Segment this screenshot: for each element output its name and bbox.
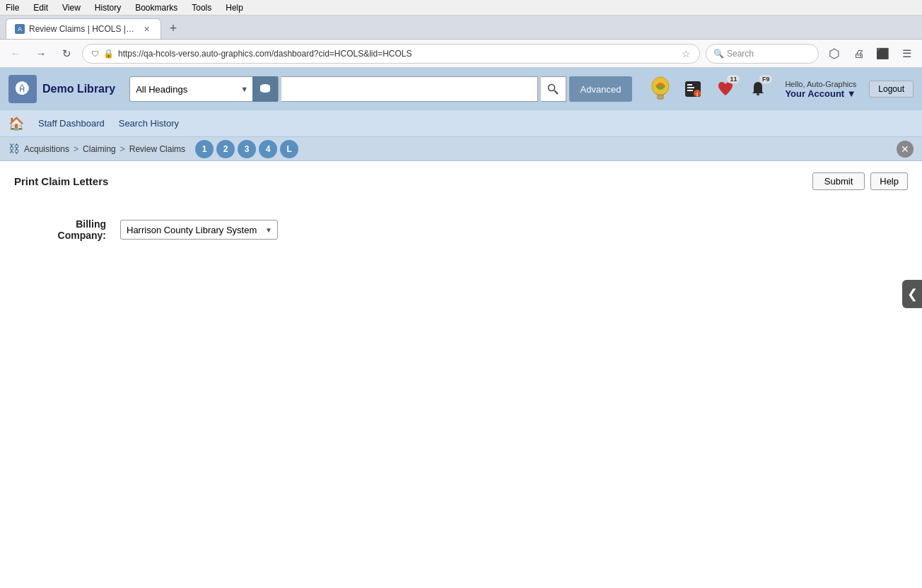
forward-button[interactable]: → bbox=[31, 44, 51, 64]
back-arrow-button[interactable]: ❮ bbox=[902, 280, 922, 308]
browser-search-placeholder: Search bbox=[727, 49, 754, 59]
browser-address-bar: ← → ↻ 🛡 🔒 https://qa-hcols-verso.auto-gr… bbox=[0, 40, 922, 68]
app-logo: 🅐 Demo Library bbox=[8, 75, 115, 103]
action-buttons: Submit Help bbox=[812, 172, 908, 190]
app-logo-text: Demo Library bbox=[42, 83, 115, 95]
close-panel-button[interactable]: ✕ bbox=[897, 141, 914, 158]
menu-view[interactable]: View bbox=[59, 1, 83, 14]
main-content: Print Claim Letters Submit Help Billing … bbox=[0, 161, 922, 278]
active-tab[interactable]: A Review Claims | HCOLS | hcols ... ✕ bbox=[6, 18, 161, 39]
menu-file[interactable]: File bbox=[3, 1, 22, 14]
page-title-bar: Print Claim Letters Submit Help bbox=[14, 172, 908, 190]
favorites-icon-button[interactable]: 11 bbox=[711, 75, 740, 103]
address-url-box[interactable]: 🛡 🔒 https://qa-hcols-verso.auto-graphics… bbox=[82, 44, 700, 64]
browser-tab-bar: A Review Claims | HCOLS | hcols ... ✕ + bbox=[0, 16, 922, 40]
breadcrumb-acquisitions[interactable]: Acquisitions bbox=[24, 144, 69, 154]
menu-history[interactable]: History bbox=[92, 1, 124, 14]
greeting-text: Hello, Auto-Graphics bbox=[785, 80, 856, 88]
account-text: Your Account bbox=[785, 88, 844, 99]
advanced-search-button[interactable]: Advanced bbox=[569, 76, 633, 102]
breadcrumb-bar: ⛓ Acquisitions > Claiming > Review Claim… bbox=[0, 137, 922, 161]
account-dropdown-icon: ▼ bbox=[847, 88, 856, 99]
settings-icon-button[interactable]: ! bbox=[679, 75, 707, 103]
menu-help[interactable]: Help bbox=[223, 1, 246, 14]
database-icon[interactable] bbox=[252, 76, 278, 102]
search-go-button[interactable] bbox=[541, 76, 566, 102]
notifications-badge: F9 bbox=[759, 75, 773, 83]
breadcrumb-review-claims[interactable]: Review Claims bbox=[129, 144, 185, 154]
browser-toolbar-icons: ⬡ 🖨 ⬛ ☰ bbox=[824, 44, 916, 64]
form-section: Billing Company: Harrison County Library… bbox=[14, 204, 908, 266]
logo-icon: 🅐 bbox=[8, 75, 37, 103]
nav-staff-dashboard[interactable]: Staff Dashboard bbox=[38, 118, 105, 129]
header-user: Hello, Auto-Graphics Your Account ▼ bbox=[785, 80, 856, 99]
app-nav: 🏠 Staff Dashboard Search History bbox=[0, 110, 922, 137]
screenshot-button[interactable]: ⬛ bbox=[873, 44, 892, 64]
step-l-button[interactable]: L bbox=[280, 140, 298, 158]
breadcrumb-steps: 1 2 3 4 L bbox=[195, 140, 298, 158]
svg-rect-5 bbox=[658, 95, 663, 99]
favorites-badge: 11 bbox=[727, 75, 740, 83]
nav-search-history[interactable]: Search History bbox=[119, 118, 179, 129]
security-icon: 🛡 bbox=[91, 49, 99, 58]
submit-button[interactable]: Submit bbox=[812, 172, 865, 190]
step-3-button[interactable]: 3 bbox=[238, 140, 256, 158]
breadcrumb-sep-2: > bbox=[120, 144, 125, 154]
svg-rect-11 bbox=[687, 90, 693, 91]
search-select-wrapper: All Headings Title Author Subject ▼ bbox=[129, 76, 279, 102]
menu-edit[interactable]: Edit bbox=[30, 1, 51, 14]
breadcrumb-sep-1: > bbox=[74, 144, 78, 154]
notifications-icon-button[interactable]: F9 bbox=[744, 75, 772, 103]
svg-point-1 bbox=[549, 85, 555, 91]
breadcrumb-icon: ⛓ bbox=[8, 143, 20, 155]
svg-line-2 bbox=[554, 90, 558, 94]
breadcrumb-claiming[interactable]: Claiming bbox=[83, 144, 116, 154]
back-button[interactable]: ← bbox=[6, 44, 25, 64]
svg-rect-9 bbox=[687, 84, 692, 86]
search-bar: All Headings Title Author Subject ▼ Adva… bbox=[129, 76, 632, 102]
tab-close-button[interactable]: ✕ bbox=[141, 23, 152, 35]
menu-button[interactable]: ☰ bbox=[897, 44, 916, 64]
header-icons: ! 11 F9 bbox=[646, 75, 772, 103]
menu-bookmarks[interactable]: Bookmarks bbox=[132, 1, 180, 14]
balloon-icon-button[interactable] bbox=[646, 75, 675, 103]
search-input[interactable] bbox=[281, 76, 538, 102]
help-button[interactable]: Help bbox=[870, 172, 908, 190]
account-label[interactable]: Your Account ▼ bbox=[785, 88, 856, 99]
step-2-button[interactable]: 2 bbox=[216, 140, 235, 158]
print-button[interactable]: 🖨 bbox=[848, 44, 868, 64]
app-header: 🅐 Demo Library All Headings Title Author… bbox=[0, 68, 922, 110]
browser-search-box[interactable]: 🔍 Search bbox=[706, 44, 819, 64]
reload-button[interactable]: ↻ bbox=[57, 44, 76, 64]
billing-label-line2: Company: bbox=[58, 230, 106, 241]
new-tab-button[interactable]: + bbox=[164, 19, 182, 37]
heading-select[interactable]: All Headings Title Author Subject bbox=[130, 77, 236, 101]
tab-favicon: A bbox=[15, 24, 25, 34]
pocket-button[interactable]: ⬡ bbox=[824, 44, 844, 64]
svg-rect-10 bbox=[687, 87, 694, 88]
heading-select-arrow: ▼ bbox=[236, 85, 252, 93]
menu-tools[interactable]: Tools bbox=[189, 1, 214, 14]
page-title: Print Claim Letters bbox=[14, 175, 108, 187]
url-text: https://qa-hcols-verso.auto-graphics.com… bbox=[118, 49, 677, 59]
home-icon[interactable]: 🏠 bbox=[8, 116, 24, 131]
browser-menu-bar: File Edit View History Bookmarks Tools H… bbox=[0, 0, 922, 16]
bookmark-star-icon[interactable]: ☆ bbox=[682, 48, 691, 59]
lock-icon: 🔒 bbox=[103, 49, 114, 59]
billing-label-line1: Billing bbox=[76, 218, 106, 230]
billing-company-select-wrapper: Harrison County Library System bbox=[120, 220, 278, 240]
logout-button[interactable]: Logout bbox=[869, 81, 914, 98]
step-4-button[interactable]: 4 bbox=[259, 140, 277, 158]
billing-company-label: Billing Company: bbox=[21, 218, 106, 241]
step-1-button[interactable]: 1 bbox=[195, 140, 214, 158]
tab-label: Review Claims | HCOLS | hcols ... bbox=[29, 24, 136, 34]
search-icon: 🔍 bbox=[713, 49, 724, 59]
svg-text:!: ! bbox=[696, 91, 699, 98]
billing-company-row: Billing Company: Harrison County Library… bbox=[21, 218, 901, 241]
billing-company-select[interactable]: Harrison County Library System bbox=[120, 220, 278, 240]
svg-rect-14 bbox=[757, 93, 759, 95]
